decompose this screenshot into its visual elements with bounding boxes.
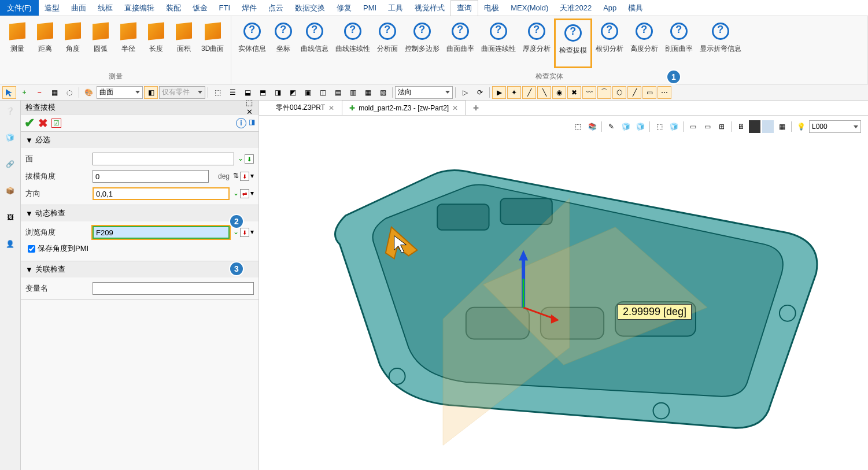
lasso-button[interactable]: ◌ — [62, 86, 76, 99]
menu-item[interactable]: 装配 — [160, 0, 187, 16]
menu-item[interactable]: PMI — [357, 0, 382, 16]
tb-btn[interactable]: ▶ — [492, 86, 506, 99]
expand-button[interactable]: ◨ — [249, 118, 255, 128]
more-icon[interactable]: ▾ — [250, 228, 254, 237]
ribbon-distance[interactable]: 距离 — [31, 18, 59, 68]
tb-btn[interactable]: 〰 — [582, 86, 596, 99]
tb-btn[interactable]: ⟳ — [473, 86, 487, 99]
menu-item-query[interactable]: 查询 — [450, 0, 478, 16]
select-arrow-button[interactable] — [2, 86, 16, 99]
input-direction[interactable] — [93, 187, 230, 200]
checkbox-save-pmi[interactable]: 保存角度到PMI — [25, 241, 254, 258]
ribbon-length[interactable]: 长度 — [142, 18, 170, 68]
checkbox-input[interactable] — [28, 245, 35, 253]
menu-item[interactable]: 造型 — [39, 0, 65, 16]
vt-btn[interactable]: ▭ — [686, 120, 699, 133]
side-tab-tree[interactable]: 🧊 — [2, 129, 19, 146]
apply-button[interactable]: ☑ — [51, 119, 61, 128]
input-face[interactable] — [93, 153, 234, 165]
vt-btn[interactable]: ⬚ — [653, 120, 666, 133]
add-button[interactable]: + — [17, 86, 31, 99]
info-button[interactable]: i — [236, 118, 246, 128]
ribbon-area[interactable]: 面积 — [170, 18, 198, 68]
flip-icon[interactable]: ⇄ — [240, 189, 249, 198]
tb-btn[interactable]: ⬒ — [256, 86, 269, 99]
remove-button[interactable]: − — [32, 86, 46, 99]
tb-btn[interactable]: ▥ — [346, 86, 360, 99]
viewport[interactable]: 零件004.Z3PRT✕ ✚mold_part2-m.Z3 - [zw-Part… — [259, 101, 868, 470]
menu-item[interactable]: 工具 — [382, 0, 409, 16]
section-header[interactable]: ▼关联检查 — [21, 261, 258, 277]
layer-combo[interactable]: L000 — [809, 120, 861, 133]
vt-btn[interactable]: ✎ — [605, 120, 618, 133]
tb-btn[interactable]: ☰ — [226, 86, 239, 99]
tb-btn[interactable]: ⬡ — [612, 86, 626, 99]
tb-btn[interactable]: ◩ — [286, 86, 300, 99]
tb-btn[interactable]: ╲ — [537, 86, 551, 99]
ribbon-draft-check[interactable]: 检查拔模 — [554, 18, 592, 68]
menu-item[interactable]: 曲面 — [65, 0, 92, 16]
vt-btn[interactable]: 📚 — [586, 120, 599, 133]
new-tab-button[interactable]: ✚ — [466, 100, 486, 115]
filter-combo[interactable]: 曲面 — [97, 86, 143, 99]
ribbon-measure[interactable]: 测量 — [3, 18, 31, 68]
menu-item[interactable]: 电极 — [478, 0, 505, 16]
tb-btn[interactable]: ⬚ — [210, 86, 224, 99]
menu-file[interactable]: 文件(F) — [0, 0, 39, 16]
tb-btn[interactable]: ▭ — [642, 86, 656, 99]
side-tab-assembly[interactable]: 🔗 — [2, 156, 19, 172]
ribbon-coord[interactable]: 坐标 — [269, 18, 297, 68]
more-icon[interactable]: ▾ — [250, 172, 254, 181]
ribbon-curve-cont[interactable]: 曲线连续性 — [332, 18, 374, 68]
tb-btn[interactable]: ◫ — [316, 86, 330, 99]
tb-btn[interactable]: ◉ — [552, 86, 566, 99]
side-tab-help[interactable]: ❔ — [2, 103, 19, 119]
ok-button[interactable]: ✔ — [24, 116, 35, 131]
vt-btn[interactable]: 💡 — [795, 120, 807, 133]
side-tab-user[interactable]: 👤 — [2, 236, 19, 252]
tb-btn[interactable]: ✖ — [567, 86, 581, 99]
input-browse-angle[interactable] — [93, 226, 230, 239]
side-tab-image[interactable]: 🖼 — [2, 209, 19, 225]
tb-btn[interactable]: ✦ — [507, 86, 521, 99]
cancel-button[interactable]: ✖ — [38, 116, 48, 130]
ribbon-analysis-face[interactable]: 分析面 — [374, 18, 401, 68]
menu-item[interactable]: 视觉样式 — [409, 0, 450, 16]
vt-btn[interactable]: 🖥 — [734, 120, 747, 133]
pick-icon[interactable]: ⌄ — [233, 189, 239, 198]
ribbon-radius[interactable]: 半径 — [114, 18, 142, 68]
tb-btn[interactable]: ▤ — [331, 86, 345, 99]
vt-btn[interactable]: ⬚ — [571, 120, 584, 133]
pick-icon[interactable]: ⌄ — [238, 154, 243, 164]
menu-item[interactable]: 饭金 — [187, 0, 213, 16]
vt-btn[interactable]: 🧊 — [667, 120, 680, 133]
ribbon-curve-info[interactable]: 曲线信息 — [297, 18, 332, 68]
menu-item[interactable]: 点云 — [263, 0, 289, 16]
model-view[interactable] — [294, 135, 856, 468]
vt-btn[interactable] — [749, 120, 760, 133]
ribbon-ctrl-poly[interactable]: 控制多边形 — [401, 18, 443, 68]
input-varname[interactable] — [93, 282, 254, 295]
spinner-icon[interactable]: ⇅ — [233, 172, 239, 181]
menu-item[interactable]: 焊件 — [236, 0, 263, 16]
ribbon-thickness[interactable]: 厚度分析 — [519, 18, 554, 68]
cube-button[interactable]: ◧ — [144, 86, 158, 99]
doc-tab-2[interactable]: ✚mold_part2-m.Z3 - [zw-Part2]✕ — [342, 100, 466, 115]
normal-combo[interactable]: 法向 — [395, 86, 453, 99]
vt-btn[interactable]: ▦ — [775, 120, 788, 133]
ribbon-height[interactable]: 高度分析 — [627, 18, 662, 68]
vt-btn[interactable]: ▭ — [701, 120, 714, 133]
side-tab-box[interactable]: 📦 — [2, 183, 19, 199]
vt-btn[interactable] — [762, 120, 774, 133]
ribbon-surf-curv[interactable]: 曲面曲率 — [443, 18, 478, 68]
menu-item[interactable]: 直接编辑 — [119, 0, 160, 16]
tb-btn[interactable]: ▦ — [361, 86, 375, 99]
tb-btn[interactable]: ▷ — [458, 86, 472, 99]
ribbon-bend-info[interactable]: 显示折弯信息 — [696, 18, 745, 68]
vt-btn[interactable]: 🧊 — [634, 120, 647, 133]
parts-combo[interactable]: 仅有零件 — [159, 86, 205, 99]
sel-icon[interactable]: ⬇ — [240, 172, 249, 181]
section-header[interactable]: ▼动态检查 — [21, 205, 258, 221]
tb-btn[interactable]: ⋯ — [658, 86, 671, 99]
vt-btn[interactable]: 🧊 — [619, 120, 632, 133]
